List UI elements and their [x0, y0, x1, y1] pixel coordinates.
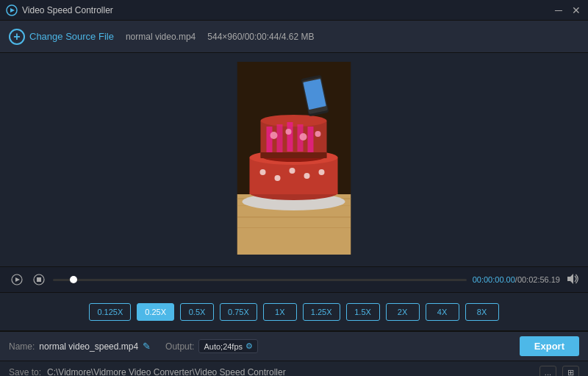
save-grid-button[interactable]: ⊞	[562, 366, 579, 377]
save-path: C:\Vidmore\Vidmore Video Converter\Video…	[47, 367, 534, 376]
app-icon	[6, 4, 18, 16]
export-button[interactable]: Export	[520, 336, 579, 356]
speed-button-speed-8[interactable]: 8X	[465, 303, 499, 321]
main-video-area	[0, 53, 588, 266]
name-section: Name: normal video_speed.mp4 ✎	[9, 341, 151, 352]
stop-button[interactable]	[31, 272, 47, 288]
speed-button-speed-0125[interactable]: 0.125X	[89, 303, 131, 321]
minimize-button[interactable]: ─	[553, 4, 564, 16]
speed-button-speed-05[interactable]: 0.5X	[180, 303, 214, 321]
svg-marker-34	[15, 277, 20, 282]
svg-marker-1	[10, 8, 15, 13]
svg-point-27	[300, 133, 307, 141]
svg-point-16	[319, 169, 325, 175]
file-details: 544×960/00:00:44/4.62 MB	[207, 32, 314, 42]
plus-circle-icon: +	[9, 29, 25, 45]
svg-point-14	[290, 168, 295, 174]
video-frame	[237, 62, 351, 258]
svg-rect-6	[237, 216, 351, 218]
svg-rect-20	[267, 127, 273, 152]
output-section: Output: Auto;24fps ⚙	[165, 339, 258, 353]
gear-icon[interactable]: ⚙	[245, 341, 253, 351]
bottom-bar: Name: normal video_speed.mp4 ✎ Output: A…	[0, 331, 588, 361]
video-preview	[237, 62, 351, 255]
title-bar: Video Speed Controller ─ ✕	[0, 0, 588, 21]
progress-track[interactable]	[53, 279, 467, 281]
output-label: Output:	[165, 341, 194, 352]
change-source-label: Change Source File	[29, 31, 114, 42]
edit-icon[interactable]: ✎	[143, 341, 151, 352]
change-source-button[interactable]: + Change Source File	[9, 29, 114, 45]
svg-point-26	[286, 129, 292, 135]
toolbar: + Change Source File normal video.mp4 54…	[0, 21, 588, 53]
svg-rect-32	[261, 152, 327, 158]
title-controls: ─ ✕	[553, 4, 582, 16]
speed-controls: 0.125X0.25X0.5X0.75X1X1.25X1.5X2X4X8X	[0, 293, 588, 331]
speed-button-speed-025[interactable]: 0.25X	[137, 303, 174, 321]
svg-point-12	[260, 169, 266, 175]
svg-rect-21	[277, 124, 283, 152]
playback-bar: 00:00:00.00/00:02:56.19	[0, 266, 588, 293]
title-left: Video Speed Controller	[6, 4, 113, 16]
svg-point-28	[315, 131, 321, 137]
play-button[interactable]	[9, 272, 25, 288]
speed-button-speed-075[interactable]: 0.75X	[220, 303, 257, 321]
svg-rect-36	[37, 277, 41, 282]
file-info: normal video.mp4 544×960/00:00:44/4.62 M…	[126, 32, 315, 42]
speed-button-speed-15[interactable]: 1.5X	[346, 303, 380, 321]
save-bar: Save to: C:\Vidmore\Vidmore Video Conver…	[0, 361, 588, 376]
name-label: Name:	[9, 341, 35, 352]
save-label: Save to:	[9, 367, 41, 376]
speed-button-speed-2[interactable]: 2X	[386, 303, 420, 321]
speed-button-speed-1[interactable]: 1X	[263, 303, 297, 321]
speed-button-speed-125[interactable]: 1.25X	[303, 303, 340, 321]
svg-point-15	[304, 173, 310, 179]
save-dots-button[interactable]: ...	[539, 366, 556, 376]
progress-handle[interactable]	[70, 276, 77, 283]
output-value[interactable]: Auto;24fps ⚙	[198, 339, 258, 353]
time-total: 00:02:56.19	[517, 275, 560, 284]
volume-button[interactable]	[566, 273, 579, 287]
name-value: normal video_speed.mp4	[39, 341, 138, 352]
svg-rect-7	[237, 227, 351, 228]
svg-rect-24	[308, 127, 314, 152]
svg-point-19	[261, 115, 327, 127]
time-display: 00:00:00.00/00:02:56.19	[473, 275, 560, 284]
svg-rect-22	[287, 122, 293, 152]
app-title: Video Speed Controller	[22, 5, 113, 15]
file-name: normal video.mp4	[126, 32, 196, 42]
time-current: 00:00:00.00	[473, 275, 515, 284]
svg-point-25	[270, 132, 278, 139]
speed-button-speed-4[interactable]: 4X	[426, 303, 459, 321]
close-button[interactable]: ✕	[570, 4, 582, 16]
svg-marker-37	[567, 274, 573, 284]
output-text: Auto;24fps	[204, 342, 243, 351]
svg-point-13	[275, 175, 281, 181]
